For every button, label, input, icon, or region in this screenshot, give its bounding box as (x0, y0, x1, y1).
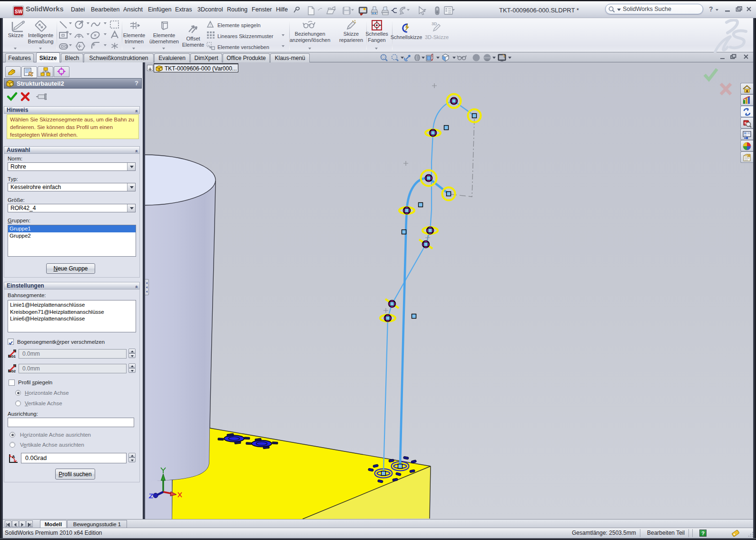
svg-text:SW: SW (15, 9, 23, 14)
svg-text:G2: G2 (11, 369, 16, 373)
svg-text:S: S (745, 121, 747, 125)
svg-text:A: A (12, 454, 15, 459)
svg-text:3D: 3D (432, 21, 437, 26)
svg-text:G1: G1 (11, 354, 16, 359)
